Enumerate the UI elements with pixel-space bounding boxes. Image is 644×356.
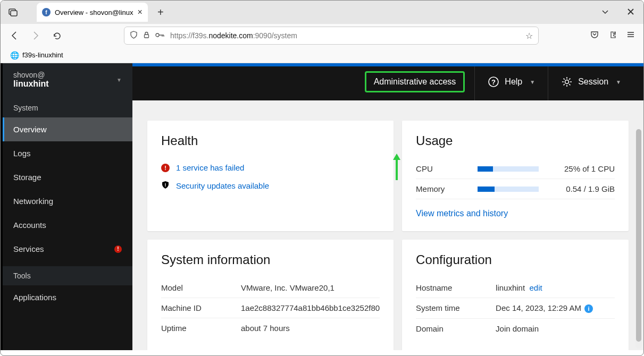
forward-button[interactable]: [28, 28, 43, 43]
error-icon: !: [161, 164, 170, 172]
svg-rect-2: [145, 35, 149, 38]
sidebar: shovon@ linuxhint ▼ System Overview Logs…: [1, 63, 132, 350]
sidebar-item-services[interactable]: Services!: [3, 237, 132, 261]
info-label: Uptime: [161, 324, 230, 333]
svg-text:?: ?: [491, 78, 496, 86]
memory-value: 0.54 / 1.9 GiB: [566, 184, 615, 193]
url-input[interactable]: https://f39s.nodekite.com:9090/system ☆: [124, 27, 539, 45]
lock-icon: [143, 31, 150, 40]
gear-icon: [561, 76, 573, 88]
alert-badge-icon: !: [114, 245, 122, 253]
browser-chrome: f Overview - shovon@linux × + https://f3…: [1, 1, 643, 63]
help-menu[interactable]: ? Help ▼: [474, 63, 548, 100]
health-card: Health ! 1 service has failed ! Security…: [147, 121, 394, 231]
sidebar-user: shovon@: [13, 71, 49, 79]
info-value: about 7 hours: [241, 324, 380, 333]
topbar: Administrative access ? Help ▼ Session ▼: [132, 63, 643, 100]
new-tab-button[interactable]: +: [157, 6, 164, 19]
health-failed-link[interactable]: 1 service has failed: [176, 163, 244, 172]
usage-card: Usage CPU 25% of 1 CPU Memory 0.54 / 1.9…: [402, 121, 629, 231]
health-security-link[interactable]: Security updates available: [176, 181, 269, 190]
content: Health ! 1 service has failed ! Security…: [132, 100, 643, 350]
scrollbar-thumb[interactable]: [636, 129, 641, 342]
sidebar-item-networking[interactable]: Networking: [3, 189, 132, 213]
sidebar-header[interactable]: shovon@ linuxhint ▼: [3, 63, 132, 98]
sidebar-item-applications[interactable]: Applications: [3, 285, 132, 309]
chevron-down-icon: ▼: [616, 79, 621, 85]
sidebar-item-overview[interactable]: Overview: [3, 117, 132, 141]
session-menu[interactable]: Session ▼: [548, 63, 634, 100]
metrics-link[interactable]: View metrics and history: [416, 209, 615, 218]
bookmark-item[interactable]: f39s-linuxhint: [22, 51, 63, 59]
reload-button[interactable]: [49, 28, 64, 43]
sidebar-nav: Overview Logs Storage Networking Account…: [3, 117, 132, 261]
systime-label: System time: [416, 303, 485, 313]
health-security: ! Security updates available: [161, 176, 380, 195]
tab-title: Overview - shovon@linux: [55, 9, 133, 16]
accent-strip: [132, 63, 643, 66]
close-window-icon[interactable]: [628, 8, 634, 17]
cockpit-app: shovon@ linuxhint ▼ System Overview Logs…: [1, 63, 643, 350]
back-button[interactable]: [7, 28, 22, 43]
close-icon[interactable]: ×: [138, 7, 143, 17]
sysinfo-card: System information ModelVMware, Inc. VMw…: [147, 240, 394, 350]
scrollbar[interactable]: [635, 129, 642, 349]
usage-title: Usage: [416, 133, 615, 148]
admin-access-button[interactable]: Administrative access: [365, 71, 465, 92]
chevron-down-icon: ▼: [116, 77, 122, 83]
main-area: Administrative access ? Help ▼ Session ▼…: [132, 63, 643, 350]
sidebar-item-accounts[interactable]: Accounts: [3, 213, 132, 237]
url-bar: https://f39s.nodekite.com:9090/system ☆: [1, 24, 643, 47]
sidebar-section-tools: Tools: [3, 266, 132, 285]
health-failed: ! 1 service has failed: [161, 159, 380, 176]
join-domain-link[interactable]: Join domain: [496, 324, 615, 333]
pocket-icon[interactable]: [590, 30, 599, 41]
chevron-down-icon: ▼: [530, 79, 535, 85]
edit-hostname-link[interactable]: edit: [529, 283, 542, 292]
domain-label: Domain: [416, 324, 485, 333]
info-value: VMware, Inc. VMware20,1: [241, 283, 380, 292]
sidebar-host: linuxhint: [13, 79, 49, 89]
globe-icon: 🌐: [10, 51, 19, 60]
cpu-progress: [478, 166, 539, 172]
bookmark-star-icon[interactable]: ☆: [525, 31, 533, 41]
extensions-icon[interactable]: [608, 30, 617, 41]
sidebar-item-storage[interactable]: Storage: [3, 165, 132, 189]
tab-overview-icon[interactable]: [5, 4, 22, 21]
memory-progress: [478, 187, 539, 192]
help-icon: ?: [488, 76, 499, 88]
key-icon: [155, 31, 165, 40]
memory-label: Memory: [416, 184, 469, 193]
sysinfo-title: System information: [161, 252, 380, 267]
menu-icon[interactable]: [626, 30, 635, 41]
config-card: Configuration Hostname linuxhint edit Sy…: [402, 240, 629, 350]
info-value: 1ae2c88327774a81bb46bb1ce3252f80: [241, 303, 380, 312]
hostname-label: Hostname: [416, 283, 485, 292]
minimize-icon[interactable]: [601, 8, 609, 17]
info-label: Machine ID: [161, 303, 230, 312]
svg-rect-1: [11, 11, 17, 16]
svg-text:!: !: [165, 182, 166, 188]
svg-point-3: [156, 33, 159, 37]
browser-tab[interactable]: f Overview - shovon@linux ×: [37, 3, 148, 22]
info-icon: i: [584, 304, 593, 313]
health-title: Health: [161, 133, 380, 148]
sidebar-section-system: System: [3, 98, 132, 117]
sidebar-item-logs[interactable]: Logs: [3, 141, 132, 165]
shield-icon: [130, 31, 138, 40]
bookmark-bar: 🌐 f39s-linuxhint: [1, 47, 643, 63]
info-label: Model: [161, 283, 230, 292]
svg-point-6: [565, 80, 569, 84]
url-text: https://f39s.nodekite.com:9090/system: [170, 31, 520, 40]
cpu-value: 25% of 1 CPU: [564, 164, 615, 173]
fedora-icon: f: [42, 8, 51, 16]
security-shield-icon: !: [161, 181, 170, 191]
hostname-value: linuxhint edit: [496, 283, 615, 292]
systime-link[interactable]: Dec 14, 2023, 12:29 AMi: [496, 303, 615, 313]
cpu-label: CPU: [416, 164, 469, 173]
tab-bar: f Overview - shovon@linux × +: [1, 1, 643, 24]
window-controls: [601, 8, 639, 17]
config-title: Configuration: [416, 252, 615, 267]
